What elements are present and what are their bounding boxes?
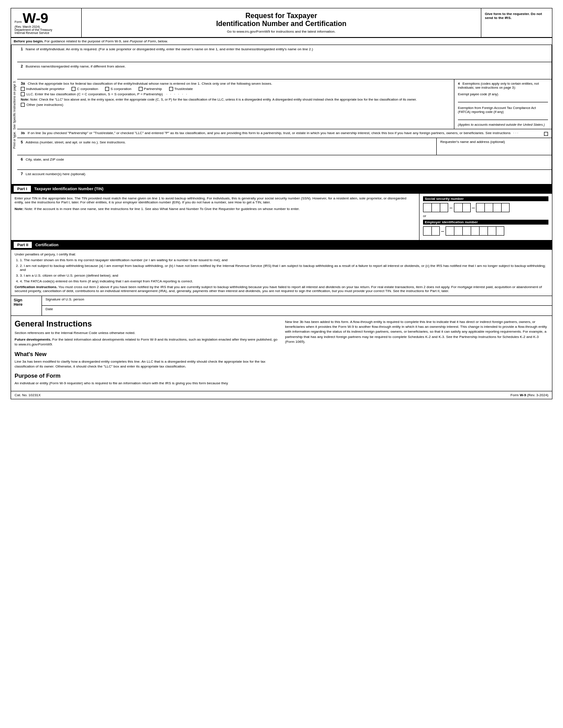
signature-field[interactable]: Signature of U.S. person <box>42 296 552 306</box>
other-row: Other (see instructions) <box>21 103 450 107</box>
header-title-area: Request for Taxpayer Identification Numb… <box>82 8 481 37</box>
checkbox-ccorp-box[interactable] <box>72 87 76 91</box>
field-1-input[interactable] <box>21 52 548 60</box>
ssn-cell-3[interactable] <box>440 203 448 212</box>
checkbox-partnership-box[interactable] <box>139 87 143 91</box>
field-7-number: 7 <box>21 172 23 176</box>
ein-group-2 <box>446 226 504 236</box>
checkbox-trust-box[interactable] <box>169 87 173 91</box>
ssn-cell-6[interactable] <box>476 203 484 212</box>
date-label: Date <box>45 307 53 311</box>
gi-left-col: General Instructions Section references … <box>15 319 278 387</box>
gi-title: General Instructions <box>15 319 278 329</box>
ssn-label: Social security number <box>423 196 548 201</box>
requester-label: Requester's name and address (optional) <box>440 140 505 144</box>
field-3b-row: 3b If on line 3a you checked "Partnershi… <box>17 129 552 138</box>
gi-right-text: New line 3b has been added to this form.… <box>285 319 549 344</box>
checkbox-individual-box[interactable] <box>21 87 25 91</box>
sign-label-line1: Sign <box>14 298 39 302</box>
ein-cell-1[interactable] <box>423 226 431 236</box>
form-header: Form W-9 (Rev. March 2024) Department of… <box>11 8 552 38</box>
ein-cell-4[interactable] <box>454 226 462 236</box>
ein-cell-7[interactable] <box>479 226 487 236</box>
signature-label: Signature of U.S. person <box>45 297 84 301</box>
ein-cell-2[interactable] <box>431 226 440 236</box>
gi-future-dev: Future developments. For the latest info… <box>15 337 278 347</box>
sign-here-section: Sign Here Signature of U.S. person Date <box>11 296 552 316</box>
checkbox-scorp[interactable]: S corporation <box>105 87 132 91</box>
sign-fields-area: Signature of U.S. person Date <box>42 296 552 315</box>
field-5-input[interactable] <box>21 144 433 153</box>
checkbox-individual[interactable]: Individual/sole proprietor <box>21 87 64 91</box>
ssn-cell-5[interactable] <box>462 203 471 212</box>
header-form-id: Form W-9 (Rev. March 2024) Department of… <box>11 8 82 37</box>
ein-group-1 <box>423 226 440 236</box>
field-3b-number: 3b <box>21 131 25 135</box>
ein-cell-5[interactable] <box>462 226 471 236</box>
header-give-form: Give form to the requester. Do not send … <box>481 8 552 37</box>
part1-intro: Enter your TIN in the appropriate box. T… <box>15 196 416 204</box>
gi-future-dev-text: For the latest information about develop… <box>15 338 277 346</box>
field-7-input[interactable] <box>21 176 548 182</box>
sign-here-label: Sign Here <box>11 296 42 315</box>
sidebar-text-see: See Specific Instructions on page 3. <box>13 80 16 130</box>
main-fields: 1 Name of entity/individual. An entry is… <box>17 45 552 184</box>
checkbox-trust[interactable]: Trust/estate <box>169 87 193 91</box>
ein-cell-8[interactable] <box>487 226 496 236</box>
checkbox-scorp-box[interactable] <box>105 87 109 91</box>
field-2-label: Business name/disregarded entity name, i… <box>26 64 126 68</box>
gi-purpose-text: An individual or entity (Form W-9 reques… <box>15 381 278 386</box>
form-instructions-link: Go to www.irs.gov/FormW9 for instruction… <box>86 30 476 34</box>
ein-grid: – <box>423 226 548 236</box>
field-2-input[interactable] <box>21 69 548 77</box>
fatca-input[interactable] <box>458 115 548 120</box>
checkbox-other-box[interactable] <box>21 103 25 107</box>
gi-purpose-title: Purpose of Form <box>15 372 278 379</box>
llc-row: LLC. Enter the tax classification (C = C… <box>21 92 450 96</box>
ssn-cell-8[interactable] <box>493 203 501 212</box>
ein-cell-6[interactable] <box>471 226 479 236</box>
ssn-cell-9[interactable] <box>501 203 510 212</box>
ssn-separator-1: – <box>448 205 454 211</box>
form-title-line2: Identification Number and Certification <box>86 20 476 28</box>
fatca-label: Exemption from Foreign Account Tax Compl… <box>458 106 536 114</box>
sidebar-instructions: Print or type. See Specific Instructions… <box>11 45 17 184</box>
checkbox-llc-label: LLC. Enter the tax classification (C = C… <box>26 92 163 96</box>
exempt-payee-input[interactable] <box>458 97 548 102</box>
form-w9: Form W-9 (Rev. March 2024) Department of… <box>11 8 552 399</box>
ssn-cell-4[interactable] <box>454 203 462 212</box>
ssn-group-2 <box>454 203 471 212</box>
field-2-number: 2 <box>21 64 23 68</box>
form-ref: Form W-9 (Rev. 3-2024) <box>510 393 548 397</box>
field-3a-number: 3a <box>21 81 25 86</box>
ssn-cell-2[interactable] <box>431 203 440 212</box>
field-3a-area: 3a Check the appropriate box for federal… <box>17 79 454 129</box>
cert-item-4: 4. The FATCA code(s) entered on this for… <box>20 279 548 283</box>
applies-text: (Applies to accounts maintained outside … <box>458 123 548 127</box>
field-6-input[interactable] <box>21 161 548 168</box>
ein-cell-9[interactable] <box>496 226 504 236</box>
cert-instructions-para: Certification instructions. You must cro… <box>15 285 548 293</box>
ssn-cell-7[interactable] <box>484 203 493 212</box>
checkbox-3b-box[interactable] <box>544 132 548 136</box>
date-field[interactable]: Date <box>42 306 552 315</box>
checkbox-llc-box[interactable] <box>21 92 25 96</box>
checkbox-row-1: Individual/sole proprietor C corporation… <box>21 87 450 91</box>
part1-left: Enter your TIN in the appropriate box. T… <box>11 194 419 240</box>
part1-header: Part I Taxpayer Identification Number (T… <box>11 184 552 194</box>
cat-no: Cat. No. 10231X <box>15 393 41 397</box>
irs-label: Internal Revenue Service <box>15 31 78 34</box>
part1-content: Enter your TIN in the appropriate box. T… <box>11 194 552 240</box>
part1-right: Social security number – – <box>419 194 552 240</box>
field-1-label: Name of entity/individual. An entry is r… <box>26 47 313 51</box>
ssn-cell-1[interactable] <box>423 203 431 212</box>
field-2-row: 2 Business name/disregarded entity name,… <box>17 62 552 79</box>
form-number: W-9 <box>23 11 48 25</box>
field-5-label: Address (number, street, and apt. or sui… <box>26 140 126 144</box>
ein-cell-3[interactable] <box>446 226 454 236</box>
general-instructions-section: General Instructions Section references … <box>11 316 552 391</box>
ein-label: Employer identification number <box>423 220 548 225</box>
field-1-row: 1 Name of entity/individual. An entry is… <box>17 45 552 62</box>
checkbox-partnership[interactable]: Partnership <box>139 87 162 91</box>
checkbox-ccorp[interactable]: C corporation <box>72 87 98 91</box>
